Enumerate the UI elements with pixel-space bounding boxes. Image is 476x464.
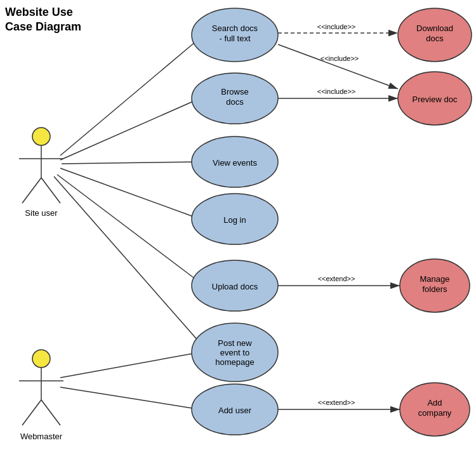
- site-user-left-leg: [22, 178, 41, 203]
- svg-text:event to: event to: [220, 348, 249, 357]
- usecase-post-event-label: Post new: [218, 338, 252, 348]
- svg-text:company: company: [418, 408, 452, 418]
- include-label-search-download: <<include>>: [317, 23, 356, 30]
- ext-add-company-label: Add: [427, 398, 442, 408]
- extend-label-upload-manage: <<extend>>: [318, 275, 355, 282]
- usecase-upload-docs-label: Upload docs: [212, 282, 258, 291]
- site-user-label: Site user: [25, 208, 58, 218]
- include-label-browse-preview: <<include>>: [317, 88, 356, 95]
- ext-manage-folders-label: Manage: [420, 274, 450, 284]
- webmaster-label: Webmaster: [20, 432, 63, 441]
- extend-label-adduser-addcompany: <<extend>>: [318, 399, 355, 406]
- line-webmaster-adduser: [60, 387, 200, 409]
- usecase-search-docs-label: Search docs: [212, 23, 258, 33]
- ext-preview-doc-label: Preview doc: [413, 95, 458, 104]
- site-user-right-leg: [41, 178, 60, 203]
- arrow-search-to-preview: [278, 44, 398, 89]
- line-siteuser-searchdocs: [60, 38, 200, 156]
- usecase-view-events-label: View events: [213, 158, 257, 168]
- ext-download-docs-label: Download: [416, 23, 453, 33]
- line-webmaster-postevent: [60, 352, 200, 378]
- line-siteuser-viewevents: [62, 162, 200, 164]
- include-label-search-preview: <<include>>: [321, 55, 359, 62]
- svg-text:docs: docs: [226, 97, 244, 107]
- usecase-add-user-label: Add user: [218, 406, 252, 415]
- webmaster-head: [32, 350, 50, 368]
- line-siteuser-login: [60, 168, 200, 219]
- site-user-head: [32, 128, 50, 145]
- svg-text:homepage: homepage: [215, 357, 254, 367]
- usecase-log-in-label: Log in: [223, 215, 246, 225]
- diagram-canvas: Site user Webmaster Search docs - full t…: [0, 0, 476, 464]
- line-siteuser-uploaddocs: [57, 175, 200, 282]
- line-siteuser-browsedocs: [60, 98, 200, 160]
- webmaster-right-leg: [41, 400, 60, 425]
- svg-text:- full text: - full text: [219, 34, 251, 43]
- svg-text:docs: docs: [426, 34, 444, 43]
- svg-text:folders: folders: [422, 284, 447, 294]
- line-siteuser-postevent: [54, 176, 200, 343]
- webmaster-left-leg: [22, 400, 41, 425]
- usecase-browse-docs-label: Browse: [221, 87, 248, 96]
